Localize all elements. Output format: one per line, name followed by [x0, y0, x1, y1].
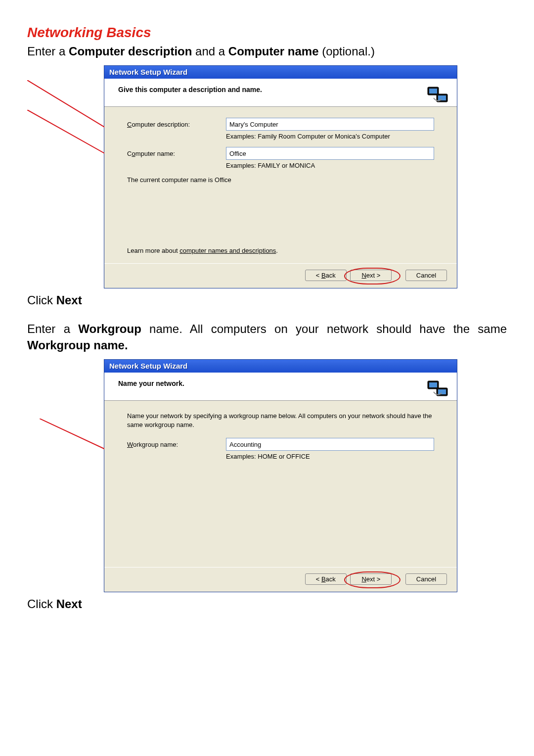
label-rest: orkgroup name: — [133, 441, 178, 448]
svg-line-0 — [27, 80, 115, 134]
text-fragment: and a — [192, 45, 228, 58]
text-fragment: name. All computers on your network shou… — [141, 322, 507, 335]
text-fragment: . — [276, 247, 278, 254]
wizard-header-title: Name your network. — [118, 379, 448, 387]
text-fragment: Click — [27, 597, 56, 611]
computer-name-label: Computer name: — [127, 150, 216, 157]
learn-more-text: Learn more about computer names and desc… — [127, 247, 278, 254]
workgroup-example: Examples: HOME or OFFICE — [226, 453, 434, 460]
wizard-body: Computer description: Examples: Family R… — [104, 107, 457, 263]
click-next-2: Click Next — [27, 597, 507, 611]
label-rest: omputer description: — [132, 121, 190, 128]
current-computer-name: The current computer name is Office — [127, 176, 434, 184]
wizard-header: Give this computer a description and nam… — [104, 79, 457, 107]
svg-rect-5 — [429, 89, 437, 94]
workgroup-name-label: Workgroup name: — [127, 441, 216, 448]
text-fragment: (optional.) — [319, 45, 375, 58]
dialog-wrap-1: Network Setup Wizard Give this computer … — [104, 65, 507, 288]
text-bold: Workgroup — [78, 322, 141, 335]
wizard-body: Name your network by specifying a workgr… — [104, 401, 457, 567]
label-rest: mputer name: — [135, 150, 175, 157]
text-bold: Next — [56, 293, 82, 307]
svg-rect-11 — [429, 382, 437, 387]
svg-rect-13 — [438, 389, 446, 394]
computer-description-label: Computer description: — [127, 121, 216, 128]
next-button[interactable]: Next > — [350, 270, 392, 281]
text-fragment: Enter a — [27, 45, 69, 58]
back-button[interactable]: < Back — [305, 573, 347, 585]
wizard-header: Name your network. — [104, 373, 457, 401]
computers-icon — [424, 377, 452, 404]
computer-description-row: Computer description: — [127, 118, 434, 131]
workgroup-name-row: Workgroup name: — [127, 438, 434, 451]
instruction-2: Enter a Workgroup name. All computers on… — [27, 321, 507, 353]
computers-icon — [424, 83, 452, 110]
dialog-titlebar: Network Setup Wizard — [104, 360, 457, 373]
wizard-button-bar: < Back Next > Cancel — [104, 263, 457, 288]
svg-line-2 — [27, 110, 115, 159]
wizard-button-bar: < Back Next > Cancel — [104, 567, 457, 592]
text-bold: Computer name — [228, 45, 319, 58]
instruction-1: Enter a Computer description and a Compu… — [27, 44, 507, 59]
text-fragment: Enter a — [27, 322, 78, 335]
network-setup-wizard-dialog-1: Network Setup Wizard Give this computer … — [104, 65, 457, 288]
mnemonic: o — [132, 150, 135, 157]
text-fragment: Click — [27, 293, 56, 307]
mnemonic: C — [127, 121, 132, 128]
dialog-wrap-2: Network Setup Wizard Name your network. … — [104, 359, 507, 592]
text-bold: Next — [56, 597, 82, 611]
computer-description-example: Examples: Family Room Computer or Monica… — [226, 133, 434, 140]
label-pre: C — [127, 150, 132, 157]
wizard-header-title: Give this computer a description and nam… — [118, 86, 448, 94]
current-name-value: Office — [215, 176, 231, 184]
workgroup-name-input[interactable] — [226, 438, 434, 451]
svg-line-8 — [40, 419, 114, 453]
mnemonic: W — [127, 441, 133, 448]
dialog-titlebar: Network Setup Wizard — [104, 66, 457, 79]
text-fragment: Learn more about — [127, 247, 179, 254]
cancel-button[interactable]: Cancel — [405, 270, 447, 281]
click-next-1: Click Next — [27, 293, 507, 307]
back-button[interactable]: < Back — [305, 270, 347, 281]
computer-name-input[interactable] — [226, 147, 434, 160]
text-fragment: The current computer name is — [127, 176, 215, 184]
svg-rect-7 — [438, 95, 446, 100]
computer-description-input[interactable] — [226, 118, 434, 131]
computer-name-row: Computer name: — [127, 147, 434, 160]
text-bold: Computer description — [69, 45, 192, 58]
learn-more-link[interactable]: computer names and descriptions — [179, 247, 276, 254]
section-heading: Networking Basics — [27, 25, 507, 41]
text-bold: Workgroup name. — [27, 338, 128, 352]
cancel-button[interactable]: Cancel — [405, 573, 447, 585]
computer-name-example: Examples: FAMILY or MONICA — [226, 162, 434, 169]
next-button[interactable]: Next > — [350, 573, 392, 585]
workgroup-intro-text: Name your network by specifying a workgr… — [127, 412, 434, 429]
network-setup-wizard-dialog-2: Network Setup Wizard Name your network. … — [104, 359, 457, 592]
